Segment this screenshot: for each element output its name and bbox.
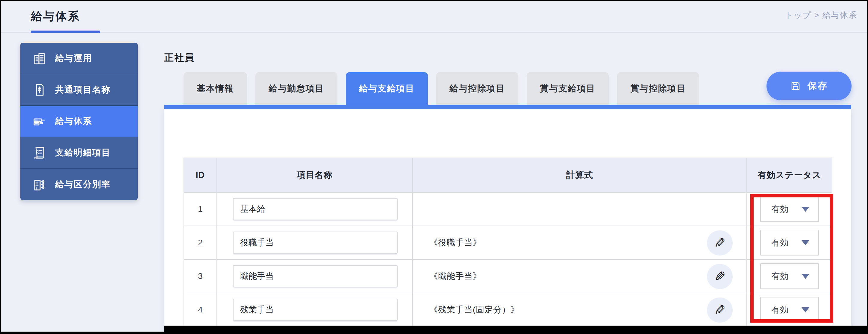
- formula-cell: [412, 192, 747, 226]
- table-header-row: ID 項目名称 計算式 有効ステータス: [184, 158, 832, 192]
- sidebar-item-payment-detail-items[interactable]: 支給明細項目: [20, 137, 138, 169]
- status-value: 有効: [772, 237, 789, 248]
- item-name-input[interactable]: [233, 299, 398, 321]
- tab-bonus-payment-items[interactable]: 賞与支給項目: [527, 72, 609, 105]
- status-dropdown[interactable]: 有効: [760, 196, 819, 222]
- sidebar-item-payroll-operation[interactable]: 給与運用: [20, 43, 138, 74]
- chevron-down-icon: [802, 274, 809, 279]
- pencil-icon: ✎: [714, 235, 726, 251]
- column-header-formula: 計算式: [412, 158, 747, 192]
- tab-bonus-deduction-items[interactable]: 賞与控除項目: [617, 72, 699, 105]
- tab-salary-payment-items[interactable]: 給与支給項目: [346, 72, 428, 105]
- section-title: 正社員: [164, 51, 195, 64]
- item-name-input[interactable]: [233, 232, 398, 254]
- formula-cell: 《役職手当》 ✎: [412, 226, 747, 260]
- sidebar-item-label: 給与区分別率: [55, 179, 111, 190]
- sidebar-item-common-item-names[interactable]: 共通項目名称: [20, 74, 138, 106]
- edit-formula-button[interactable]: ✎: [707, 264, 733, 289]
- pay-items-table: ID 項目名称 計算式 有効ステータス 1 有効 2: [184, 158, 832, 332]
- sidebar-item-label: 共通項目名称: [55, 84, 111, 96]
- formula-cell: 《残業手当(固定分）》 ✎: [412, 293, 747, 327]
- formula-text: 《役職手当》: [429, 238, 482, 247]
- screenshot-bottom-border: [164, 326, 867, 332]
- formula-cell: 《職能手当》 ✎: [412, 260, 747, 293]
- pay-register-icon: [32, 114, 47, 128]
- row-id: 1: [184, 192, 217, 226]
- page-title: 給与体系: [31, 9, 80, 24]
- row-id: 2: [184, 226, 217, 260]
- table-row: 3 《職能手当》 ✎ 有効: [184, 260, 832, 293]
- status-value: 有効: [772, 271, 789, 282]
- sidebar-item-label: 給与体系: [55, 115, 92, 127]
- edit-formula-button[interactable]: ✎: [707, 298, 733, 323]
- status-dropdown[interactable]: 有効: [760, 230, 819, 255]
- chevron-down-icon: [802, 207, 809, 212]
- sidebar-item-label: 支給明細項目: [55, 147, 111, 159]
- pencil-icon: ✎: [714, 268, 726, 284]
- salary-system-page: 給与体系 トップ > 給与体系 給与運用 共通項目名称 給与体系: [1, 1, 867, 332]
- row-id: 3: [184, 260, 217, 293]
- column-header-item-name: 項目名称: [217, 158, 412, 192]
- sidebar-item-salary-system[interactable]: 給与体系: [20, 106, 138, 137]
- edit-formula-button[interactable]: ✎: [707, 230, 733, 255]
- tab-bar: 基本情報 給与勤怠項目 給与支給項目 給与控除項目 賞与支給項目 賞与控除項目: [184, 72, 699, 105]
- pencil-icon: ✎: [714, 302, 726, 318]
- statement-list-icon: [32, 146, 47, 160]
- row-id: 4: [184, 293, 217, 327]
- formula-text: 《職能手当》: [429, 271, 482, 281]
- column-header-status: 有効ステータス: [747, 158, 832, 192]
- formula-text: 《残業手当(固定分）》: [429, 305, 519, 314]
- tab-basic-info[interactable]: 基本情報: [184, 72, 247, 105]
- rate-hierarchy-icon: [32, 177, 47, 192]
- ledger-building-icon: [32, 51, 47, 66]
- status-value: 有効: [772, 304, 789, 315]
- sidebar: 給与運用 共通項目名称 給与体系 支給明細項目: [20, 43, 138, 200]
- tab-salary-deduction-items[interactable]: 給与控除項目: [436, 72, 518, 105]
- sidebar-item-label: 給与運用: [55, 53, 92, 64]
- item-name-input[interactable]: [233, 265, 398, 287]
- column-header-id: ID: [184, 158, 217, 192]
- status-value: 有効: [772, 203, 789, 215]
- chevron-down-icon: [802, 240, 809, 245]
- money-document-icon: [32, 83, 47, 97]
- active-tab-underline: [164, 105, 851, 109]
- status-dropdown[interactable]: 有効: [760, 263, 819, 289]
- item-name-input[interactable]: [233, 198, 398, 220]
- title-underline: [31, 31, 100, 33]
- table-row: 2 《役職手当》 ✎ 有効: [184, 226, 832, 260]
- table-row: 4 《残業手当(固定分）》 ✎ 有効: [184, 293, 832, 327]
- chevron-down-icon: [802, 307, 809, 312]
- tab-salary-attendance-items[interactable]: 給与勤怠項目: [255, 72, 337, 105]
- breadcrumb[interactable]: トップ > 給与体系: [785, 10, 857, 21]
- sidebar-item-salary-category-rates[interactable]: 給与区分別率: [20, 169, 138, 200]
- table-row: 1 有効: [184, 192, 832, 226]
- app-header: 給与体系 トップ > 給与体系: [1, 1, 867, 33]
- save-button-label: 保存: [808, 80, 828, 92]
- save-button[interactable]: 保存: [767, 71, 851, 100]
- save-floppy-icon: [790, 81, 801, 91]
- status-dropdown[interactable]: 有効: [760, 297, 819, 323]
